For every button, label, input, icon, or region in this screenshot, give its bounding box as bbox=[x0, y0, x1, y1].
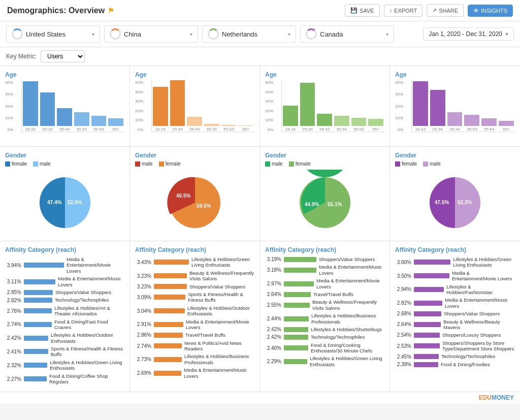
affinity-title-ca: Affinity Category (reach) bbox=[395, 246, 515, 253]
country-select-ca[interactable]: Canada ▾ bbox=[300, 25, 394, 43]
affinity-item: 2.27% Food & Dining/Coffee Shop Regulars bbox=[5, 373, 124, 385]
gender-chart-ca: Gender female male 47.5% 52.2% bbox=[390, 147, 520, 241]
share-button[interactable]: ↗ SHARE bbox=[427, 4, 464, 17]
header: Demographics: Overview ⚑ 💾 SAVE ↑ EXPORT… bbox=[0, 0, 520, 21]
insights-button[interactable]: 👁 INSIGHTS bbox=[468, 5, 513, 17]
affinity-title-us: Affinity Category (reach) bbox=[5, 246, 124, 253]
affinity-item: 3.04% Lifestyles & Hobbies/Outdoor Enthu… bbox=[135, 305, 254, 317]
affinity-item: 2.53% Shoppers/Shoppers by Store Type/De… bbox=[395, 340, 515, 352]
age-chart-nl: Age 50% 40% 30% 20% 10% 0% 18-24 25-34 bbox=[260, 66, 390, 146]
affinity-item: 3.60% Lifestyles & Hobbies/Green Living … bbox=[395, 256, 515, 268]
share-icon: ↗ bbox=[432, 7, 437, 14]
affinity-item: 2.68% Shoppers/Value Shoppers bbox=[395, 311, 515, 316]
affinity-item: 3.43% Lifestyles & Hobbies/Green Living … bbox=[135, 256, 254, 268]
affinity-item: 2.42% Lifestyles & Hobbies/Shutterbugs bbox=[265, 327, 384, 332]
affinity-item: 3.18% Media & Entertainment/Music Lovers bbox=[265, 264, 384, 276]
affinity-item: 2.91% Media & Entertainment/Movie Lovers bbox=[135, 319, 254, 331]
affinity-item: 2.82% Media & Entertainment/Music Lovers bbox=[395, 297, 515, 309]
date-range-selector[interactable]: Jan 1, 2020 - Dec 31, 2020 ▾ bbox=[423, 27, 514, 41]
affinity-item: 2.97% Media & Entertainment/Movie Lovers bbox=[265, 278, 384, 289]
affinity-cn: Affinity Category (reach) 3.43% Lifestyl… bbox=[130, 241, 260, 392]
svg-text:44.9%: 44.9% bbox=[305, 202, 319, 207]
affinity-row: Affinity Category (reach) 3.94% Media & … bbox=[0, 241, 520, 392]
svg-text:47.5%: 47.5% bbox=[435, 200, 449, 205]
affinity-item: 2.42% Technology/Technophiles bbox=[265, 334, 384, 340]
affinity-item: 2.55% Beauty & Wellness/Frequently Visit… bbox=[265, 299, 384, 311]
affinity-us: Affinity Category (reach) 3.94% Media & … bbox=[0, 241, 130, 392]
svg-text:55.1%: 55.1% bbox=[328, 202, 342, 207]
affinity-item: 2.41% Sports & Fitness/Health & Fitness … bbox=[5, 346, 124, 358]
age-chart-cn: Age 50% 40% 30% 20% 10% 0% 18-24 25-34 bbox=[130, 66, 260, 146]
affinity-item: 2.39% Food & Dining/Foodies bbox=[395, 362, 515, 367]
age-chart-title-nl: Age bbox=[265, 71, 384, 78]
age-chart-title-us: Age bbox=[5, 71, 124, 78]
gender-title-nl: Gender bbox=[265, 152, 286, 159]
gender-chart-us: Gender female male 47.4% 52.6% bbox=[0, 147, 130, 241]
country-select-us[interactable]: United States ▾ bbox=[6, 25, 100, 43]
country-name-ca: Canada bbox=[320, 30, 383, 38]
spinner-nl bbox=[208, 28, 219, 40]
affinity-item: 3.50% Media & Entertainment/Movie Lovers bbox=[395, 270, 515, 282]
affinity-title-cn: Affinity Category (reach) bbox=[135, 246, 254, 253]
header-actions: 💾 SAVE ↑ EXPORT ↗ SHARE 👁 INSIGHTS bbox=[345, 4, 513, 17]
save-button[interactable]: 💾 SAVE bbox=[345, 4, 380, 17]
gender-chart-nl: Gender male female 44.9% 55.1% bbox=[260, 147, 390, 241]
country-row: United States ▾ China ▾ Netherlands ▾ Ca… bbox=[0, 21, 520, 47]
gender-title-us: Gender bbox=[5, 152, 26, 159]
chevron-down-icon: ▾ bbox=[505, 30, 508, 38]
country-select-nl[interactable]: Netherlands ▾ bbox=[202, 25, 296, 43]
gender-title-cn: Gender bbox=[135, 152, 156, 159]
affinity-item: 2.44% Lifestyles & Hobbies/Business Prof… bbox=[265, 313, 384, 325]
affinity-item: 2.94% Lifestyles & Hobbies/Fashionistas bbox=[395, 284, 515, 296]
affinity-item: 2.85% Shoppers/Value Shoppers bbox=[5, 289, 124, 295]
age-chart-title-ca: Age bbox=[395, 71, 515, 78]
spinner-cn bbox=[110, 28, 121, 40]
page-title: Demographics: Overview ⚑ bbox=[7, 6, 114, 15]
affinity-item: 3.09% Sports & Fitness/Health & Fitness … bbox=[135, 292, 254, 303]
export-button[interactable]: ↑ EXPORT bbox=[384, 5, 423, 17]
save-icon: 💾 bbox=[350, 7, 358, 14]
age-chart-title-cn: Age bbox=[135, 71, 254, 78]
spinner-us bbox=[12, 28, 23, 40]
affinity-item: 2.82% Technology/Technophiles bbox=[5, 297, 124, 303]
logo: EDUMONEY bbox=[479, 394, 514, 401]
affinity-item: 2.40% Food & Dining/Cooking Enthusiasts/… bbox=[265, 342, 384, 354]
key-metric-bar: Key Metric: Users Sessions bbox=[0, 47, 520, 66]
affinity-item: 2.32% Lifestyles & Hobbies/Green Living … bbox=[5, 360, 124, 371]
gender-charts-row: Gender female male 47.4% 52.6% Gender ma… bbox=[0, 147, 520, 241]
affinity-item: 3.23% Beauty & Wellness/Frequently Visit… bbox=[135, 270, 254, 282]
svg-text:47.4%: 47.4% bbox=[47, 200, 61, 205]
svg-text:40.5%: 40.5% bbox=[176, 193, 190, 199]
affinity-item: 3.23% Shoppers/Value Shoppers bbox=[135, 284, 254, 289]
country-name-nl: Netherlands bbox=[222, 30, 285, 38]
gender-title-ca: Gender bbox=[395, 152, 416, 159]
affinity-item: 2.73% Lifestyles & Hobbies/Business Prof… bbox=[135, 353, 254, 365]
affinity-item: 3.19% Shoppers/Value Shoppers bbox=[265, 256, 384, 262]
affinity-item: 2.74% News & Politics/Avid News Readers bbox=[135, 340, 254, 352]
affinity-item: 2.64% Travel/Travel Buffs bbox=[265, 292, 384, 297]
gender-chart-cn: Gender male female 40.5% 59.5% bbox=[130, 147, 260, 241]
chevron-down-icon: ▾ bbox=[190, 31, 192, 37]
affinity-item: 2.54% Shoppers/Luxury Shoppers bbox=[395, 332, 515, 338]
chevron-down-icon: ▾ bbox=[92, 31, 94, 37]
country-name-cn: China bbox=[124, 30, 187, 38]
age-charts-row: Age 40% 30% 20% 10% 0% 18-24 25-34 bbox=[0, 66, 520, 147]
age-chart-us: Age 40% 30% 20% 10% 0% 18-24 25-34 bbox=[0, 66, 130, 146]
age-chart-ca: Age 40% 30% 20% 10% 0% 18-24 25-34 bbox=[390, 66, 520, 146]
country-select-cn[interactable]: China ▾ bbox=[104, 25, 198, 43]
insights-icon: 👁 bbox=[473, 8, 479, 14]
affinity-ca: Affinity Category (reach) 3.60% Lifestyl… bbox=[390, 241, 520, 392]
affinity-item: 2.69% Media & Entertainment/Music Lovers bbox=[135, 367, 254, 379]
metric-select[interactable]: Users Sessions bbox=[41, 50, 85, 62]
chevron-down-icon: ▾ bbox=[386, 31, 388, 37]
affinity-item: 2.74% Food & Dining/Fast Food Cravers bbox=[5, 319, 124, 331]
affinity-item: 2.42% Lifestyles & Hobbies/Outdoor Enthu… bbox=[5, 332, 124, 344]
svg-text:52.2%: 52.2% bbox=[458, 200, 472, 205]
affinity-item: 3.94% Media & Entertainment/Movie Lovers bbox=[5, 256, 124, 274]
footer: EDUMONEY bbox=[0, 392, 520, 403]
key-metric-label: Key Metric: bbox=[6, 53, 37, 60]
affinity-item: 2.29% Lifestyles & Hobbies/Green Living … bbox=[265, 356, 384, 367]
spinner-ca bbox=[306, 28, 317, 40]
affinity-item: 2.64% Beauty & Wellness/Beauty Mavens bbox=[395, 319, 515, 331]
affinity-item: 3.11% Media & Entertainment/Music Lovers bbox=[5, 276, 124, 287]
